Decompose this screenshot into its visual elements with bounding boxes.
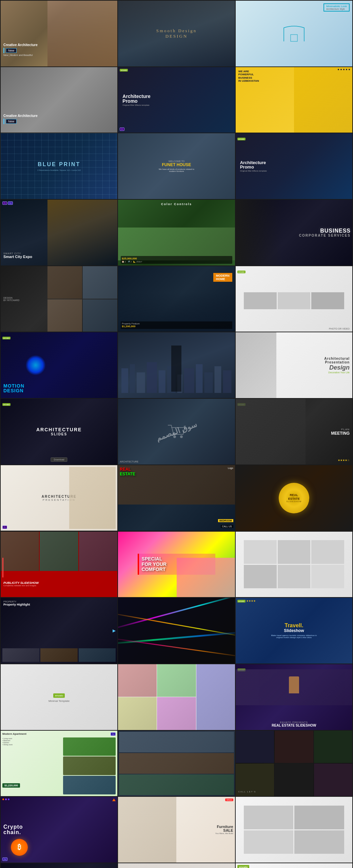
card-16[interactable]: envato MOTIONDESIGN bbox=[1, 332, 117, 398]
card-34[interactable]: Modern Apartment Ae • Living room • Bedr… bbox=[1, 731, 117, 796]
card-26[interactable]: SPECIALFOR YOURCOMFORT bbox=[118, 532, 235, 597]
card-13[interactable]: DESIGN BY RITCHARD bbox=[1, 266, 117, 332]
svg-rect-3 bbox=[137, 373, 145, 393]
card-30[interactable]: envato ★★★★ Travell. Slideshow Make trav… bbox=[236, 598, 352, 664]
card-40[interactable]: Pr DESIGN WITH STYLISH bbox=[1, 863, 117, 868]
card-34-ae: Ae bbox=[111, 732, 116, 736]
card-38-title: FurnitureSALE bbox=[215, 825, 233, 832]
card-37[interactable]: ₿ Cryptochain. Ae bbox=[1, 797, 117, 863]
card-33-title: REAL ESTATE SLIDESHOW bbox=[236, 724, 352, 727]
card-14[interactable]: MODERN HOME Property Feature $1,200,000 bbox=[118, 266, 235, 332]
svg-rect-2 bbox=[130, 364, 135, 393]
card-33[interactable]: envato ENVATO PRESENTS REAL ESTATE SLIDE… bbox=[236, 664, 352, 730]
card-25-subtitle: Completely editable text and images bbox=[3, 585, 39, 587]
card-22[interactable]: ARCHITECTURE PRESENTATION Pr bbox=[1, 465, 117, 531]
card-7[interactable]: BLUE PRINT 2 Resolutions Available: Squa… bbox=[1, 133, 117, 199]
card-1[interactable]: Creative Architecture New New | Modern a… bbox=[1, 1, 117, 66]
card-29[interactable] bbox=[118, 598, 235, 664]
card-11-price: $25,000,000 bbox=[122, 257, 231, 260]
card-23-real: REAL bbox=[120, 467, 135, 472]
card-2[interactable]: Smooth Design DESIGN bbox=[118, 1, 235, 66]
svg-rect-5 bbox=[159, 371, 165, 393]
card-27[interactable] bbox=[236, 532, 352, 597]
card-1-title: Creative Architecture bbox=[3, 43, 38, 47]
gallery-container: Creative Architecture New New | Modern a… bbox=[0, 0, 353, 868]
card-42-envato: envato bbox=[237, 865, 250, 868]
card-4-badge: New bbox=[6, 119, 17, 124]
card-12[interactable]: BUSINESS CORPORATE SERVICES bbox=[236, 200, 352, 265]
svg-rect-11 bbox=[215, 366, 221, 393]
card-6-title: WE AREPOWERFULBUSINESSIN UZBEKISTAN bbox=[238, 70, 259, 83]
card-36[interactable]: CALL LET'S bbox=[236, 731, 352, 796]
card-9[interactable]: envato Architecture Promo Original After… bbox=[236, 133, 352, 199]
card-7-title: BLUE PRINT bbox=[37, 161, 81, 167]
card-16-title: MOTIONDESIGN bbox=[3, 383, 24, 393]
card-18[interactable]: Architectural Presentation Design Decora… bbox=[236, 332, 352, 398]
card-17[interactable] bbox=[118, 332, 235, 398]
next-arrow-icon[interactable]: ▶ bbox=[113, 628, 116, 633]
svg-rect-12 bbox=[223, 371, 232, 393]
card-3[interactable]: Minimalistic Look Architecture Style bbox=[236, 1, 352, 66]
svg-point-14 bbox=[180, 435, 183, 438]
card-6[interactable]: WE AREPOWERFULBUSINESSIN UZBEKISTAN bbox=[236, 67, 352, 133]
card-19-download[interactable]: Download bbox=[51, 457, 67, 462]
card-20[interactable]: ARCHITECTURE سوق المصمم bbox=[118, 399, 235, 465]
card-10-ae: Ae bbox=[8, 201, 13, 205]
card-15-envato: envato bbox=[237, 271, 246, 273]
card-9-envato: envato bbox=[237, 138, 246, 140]
shopping-cart-icon bbox=[166, 422, 187, 439]
card-10-pr: Pr bbox=[2, 201, 7, 205]
card-4-title: Creative Architecture bbox=[3, 114, 38, 118]
card-9-title: Architecture bbox=[240, 160, 350, 165]
card-11[interactable]: Color Controls $25,000,000 🏠 3 🚿 2 📐 250… bbox=[118, 200, 235, 265]
card-24[interactable]: REALESTATE SLIDESHOW bbox=[236, 465, 352, 531]
card-31-envato: envato bbox=[53, 693, 65, 698]
svg-rect-8 bbox=[184, 368, 194, 393]
card-42[interactable]: envato PHOTO OR VIDEO bbox=[236, 863, 352, 868]
svg-rect-4 bbox=[147, 362, 157, 393]
svg-rect-1 bbox=[121, 368, 128, 393]
card-24-title: REALESTATE bbox=[288, 493, 300, 501]
card-21[interactable]: envato PLAN MEETING ★★★★☆ bbox=[236, 399, 352, 465]
card-28-title: Property Highlight bbox=[3, 603, 30, 606]
card-32[interactable] bbox=[118, 664, 235, 730]
card-25[interactable]: PUBLICITY SLIDESHOW Completely editable … bbox=[1, 532, 117, 597]
card-28[interactable]: PROPERTY Property Highlight ▶ bbox=[1, 598, 117, 664]
card-37-ae: Ae bbox=[2, 857, 7, 861]
card-30-title: Travell. bbox=[269, 623, 319, 628]
card-5[interactable]: envato Architecture Promo Original After… bbox=[118, 67, 235, 133]
card-30-envato: envato bbox=[237, 600, 246, 603]
card-34-price: $1,220,000 bbox=[4, 784, 18, 787]
card-5-envato: envato bbox=[120, 69, 128, 72]
card-19[interactable]: envato ARCHITECTURE SLIDES Download bbox=[1, 399, 117, 465]
card-14-price: $1,200,000 bbox=[122, 325, 231, 328]
card-5-subtitle: Original After Effects template bbox=[122, 104, 232, 106]
card-22-pr: Pr bbox=[2, 526, 7, 529]
card-21-title: MEETING bbox=[331, 431, 350, 435]
card-11-title: Color Controls bbox=[161, 202, 192, 206]
card-41[interactable]: Make Your Stylish STYLISH bbox=[118, 863, 235, 868]
svg-rect-10 bbox=[204, 373, 213, 393]
card-18-subtitle: Decorative Your Life bbox=[324, 371, 350, 374]
card-7-subtitle: 2 Resolutions Available: Square 1x1 • Lu… bbox=[37, 169, 81, 171]
card-23[interactable]: REAL ESTATE Logo BEDROOM CALL US bbox=[118, 465, 235, 531]
card-19-envato: envato bbox=[2, 403, 11, 406]
card-25-title: PUBLICITY SLIDESHOW bbox=[3, 581, 39, 585]
card-1-subtitle: New | Modern and Beautiful bbox=[3, 54, 38, 56]
card-4[interactable]: Creative Architecture New bbox=[1, 67, 117, 133]
card-8-subtitle: We have all kinds of products related to… bbox=[156, 168, 197, 172]
card-10[interactable]: Pr Ae Smart City Smart City Expo bbox=[1, 200, 117, 265]
svg-point-13 bbox=[173, 435, 176, 438]
card-3-subtitle: Architecture Style bbox=[326, 8, 347, 10]
card-38-subtitle: You Want, We Build bbox=[215, 832, 233, 834]
card-31[interactable]: envato Minimal Template bbox=[1, 664, 117, 730]
card-15[interactable]: envato PHOTO OR VIDEO bbox=[236, 266, 352, 332]
card-8[interactable]: WELCOME TO FUNET HOUSE We have all kinds… bbox=[118, 133, 235, 199]
svg-rect-0 bbox=[291, 35, 297, 41]
card-38[interactable]: FurnitureSALE You Want, We Build SALE bbox=[118, 797, 235, 863]
card-30-subtitle: Make travel agency touristic company sli… bbox=[269, 634, 319, 638]
card-31-title: Minimal Template bbox=[48, 699, 70, 703]
card-19-title: ARCHITECTURE bbox=[36, 427, 82, 432]
card-35[interactable] bbox=[118, 731, 235, 796]
card-39[interactable] bbox=[236, 797, 352, 863]
